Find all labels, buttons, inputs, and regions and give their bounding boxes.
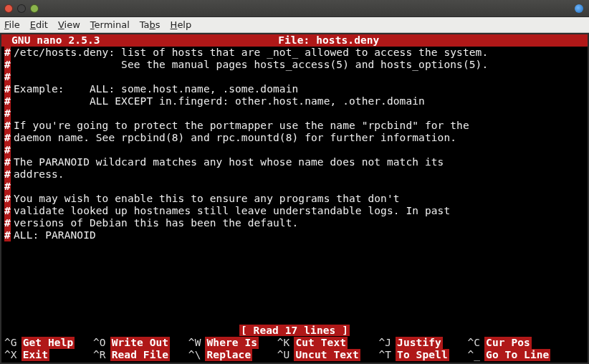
shortcut-exit[interactable]: ^XExit [4,349,49,361]
editor-line-text: See the manual pages hosts_access(5) and… [11,59,488,71]
shortcut-key: ^J [378,337,391,349]
shortcut-label: Uncut Text [294,349,360,361]
editor-line-text: address. [11,168,64,181]
shortcut-write-out[interactable]: ^OWrite Out [93,337,170,349]
editor-line-text: Example: ALL: some.host.name, .some.doma… [11,83,298,95]
editor-line-text: The PARANOID wildcard matches any host w… [11,156,444,168]
window-minimize-button[interactable] [17,4,26,13]
editor-line-text: daemon name. See rpcbind(8) and rpc.moun… [11,132,456,144]
gutter-hash: # [4,205,11,217]
gutter-hash: # [4,47,11,59]
editor-line: #ALL: PARANOID [4,229,585,241]
menu-file[interactable]: File [4,19,20,30]
shortcut-label: Justify [396,337,443,349]
editor-line-text: validate looked up hostnames still leave… [11,205,450,217]
editor-line-text [11,144,14,156]
shortcut-justify[interactable]: ^JJustify [378,337,442,349]
shortcut-key: ^_ [467,349,480,361]
shortcut-label: Go To Line [484,349,550,361]
shortcut-to-spell[interactable]: ^TTo Spell [378,349,449,361]
shortcut-cut-text[interactable]: ^KCut Text [277,337,348,349]
editor-line: #address. [4,168,585,181]
shortcut-row-1: ^GGet Help ^OWrite Out ^WWhere Is ^KCut … [4,337,585,349]
shortcut-row-2: ^XExit ^RRead File ^\Replace ^UUncut Tex… [4,349,585,361]
shortcut-key: ^T [378,349,391,361]
editor-line-text [11,71,14,83]
gutter-hash: # [4,71,11,83]
shortcut-label: Get Help [21,337,75,349]
editor-line: #/etc/hosts.deny: list of hosts that are… [4,47,585,59]
gutter-hash: # [4,107,11,120]
nano-file-label: File: hosts.deny [100,34,557,47]
shortcut-label: Cut Text [294,337,348,349]
terminal-frame: GNU nano 2.5.3 File: hosts.deny #/etc/ho… [0,33,589,364]
nano-shortcut-bar: ^GGet Help ^OWrite Out ^WWhere Is ^KCut … [1,337,588,363]
menu-view[interactable]: View [58,19,80,30]
menu-help[interactable]: Help [171,19,192,30]
editor-line: #Example: ALL: some.host.name, .some.dom… [4,83,585,95]
window-close-button[interactable] [4,4,13,13]
editor-line: # [4,144,585,156]
shortcut-key: ^X [4,349,17,361]
shortcut-key: ^W [188,337,201,349]
gutter-hash: # [4,83,11,95]
editor-line: # [4,71,585,83]
shortcut-key: ^\ [188,349,201,361]
shortcut-uncut-text[interactable]: ^UUncut Text [277,349,360,361]
shortcut-key: ^G [4,337,17,349]
editor-line: # ALL EXCEPT in.fingerd: other.host.name… [4,95,585,107]
shortcut-where-is[interactable]: ^WWhere Is [188,337,259,349]
shortcut-label: Exit [21,349,49,361]
gutter-hash: # [4,181,11,193]
editor-line: #If you're going to protect the portmapp… [4,120,585,132]
gutter-hash: # [4,120,11,132]
editor-line: # [4,107,585,120]
nano-titlebar: GNU nano 2.5.3 File: hosts.deny [1,34,588,47]
shortcut-key: ^U [277,349,290,361]
nano-status-line: [ Read 17 lines ] [1,325,588,337]
gutter-hash: # [4,193,11,205]
shortcut-key: ^O [93,337,106,349]
shortcut-get-help[interactable]: ^GGet Help [4,337,75,349]
window-titlebar [0,0,589,17]
editor-line-text [11,181,14,193]
shortcut-replace[interactable]: ^\Replace [188,349,252,361]
editor-line-text: ALL: PARANOID [11,229,96,241]
editor-line: #versions of Debian this has been the de… [4,217,585,229]
menu-edit[interactable]: Edit [30,19,48,30]
editor-line-text [11,107,14,120]
terminal[interactable]: GNU nano 2.5.3 File: hosts.deny #/etc/ho… [1,34,588,363]
menu-tabs[interactable]: Tabs [140,19,161,30]
gutter-hash: # [4,132,11,144]
gutter-hash: # [4,168,11,181]
gutter-hash: # [4,95,11,107]
menu-terminal[interactable]: Terminal [90,19,130,30]
gutter-hash: # [4,59,11,71]
gutter-hash: # [4,144,11,156]
shortcut-read-file[interactable]: ^RRead File [93,349,170,361]
menu-bar: File Edit View Terminal Tabs Help [0,17,589,33]
shortcut-key: ^R [93,349,106,361]
shortcut-label: Cur Pos [484,337,532,349]
shortcut-go-to-line[interactable]: ^_Go To Line [467,349,550,361]
shortcut-key: ^K [277,337,290,349]
shortcut-cur-pos[interactable]: ^CCur Pos [467,337,531,349]
editor-line: # See the manual pages hosts_access(5) a… [4,59,585,71]
editor-body[interactable]: #/etc/hosts.deny: list of hosts that are… [1,47,588,325]
window-maximize-button[interactable] [30,4,39,13]
window-indicator-icon [575,4,583,13]
editor-line: #validate looked up hostnames still leav… [4,205,585,217]
editor-line: #daemon name. See rpcbind(8) and rpc.mou… [4,132,585,144]
editor-line-text: If you're going to protect the portmappe… [11,120,469,132]
gutter-hash: # [4,217,11,229]
gutter-hash: # [4,229,11,241]
shortcut-label: To Spell [396,349,449,361]
editor-line: #You may wish to enable this to ensure a… [4,193,585,205]
gutter-hash: # [4,156,11,168]
shortcut-label: Replace [205,349,252,361]
shortcut-label: Where Is [205,337,259,349]
nano-version: GNU nano 2.5.3 [3,34,100,47]
shortcut-key: ^C [467,337,480,349]
editor-line-text: ALL EXCEPT in.fingerd: other.host.name, … [11,95,425,107]
editor-line: # [4,181,585,193]
